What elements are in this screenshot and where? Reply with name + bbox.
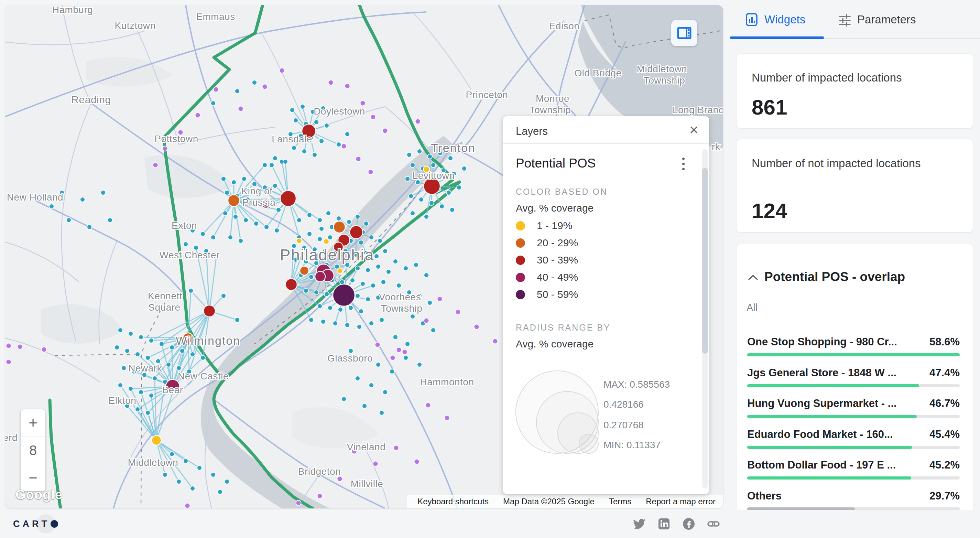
layers-panel: Layers ✕ Potential POS COLOR BASED ON Av… [503, 116, 709, 494]
legend-item: 50 - 59% [516, 288, 653, 301]
svg-text:Hamburg: Hamburg [52, 5, 93, 15]
close-icon[interactable]: ✕ [688, 124, 700, 136]
svg-text:Emmaus: Emmaus [196, 11, 235, 22]
legend-label: 30 - 39% [537, 254, 578, 266]
map-data-credit: Map Data ©2025 Google [503, 497, 595, 506]
tab-parameters[interactable]: Parameters [838, 0, 916, 39]
layer-options-kebab-icon[interactable] [677, 155, 689, 173]
legend-label: 1 - 19% [537, 220, 572, 231]
color-attribute: Avg. % coverage [516, 202, 593, 214]
carto-logo-dot [51, 520, 58, 528]
svg-text:rk: rk [712, 142, 721, 152]
overlap-row-name: Bottom Dollar Food - 197 E ... [747, 459, 896, 471]
overlap-row[interactable]: Bottom Dollar Food - 197 E ...45.2% [747, 459, 960, 488]
linkedin-icon[interactable] [657, 517, 671, 530]
svg-text:New Castle: New Castle [178, 371, 229, 382]
svg-text:Long Branc: Long Branc [673, 105, 723, 115]
legend-label: 20 - 29% [537, 237, 578, 249]
svg-text:erd: erd [5, 432, 18, 443]
legend-color-dot [516, 239, 525, 248]
svg-text:Square: Square [148, 302, 180, 313]
svg-text:Hammonton: Hammonton [420, 377, 474, 387]
link-icon[interactable] [707, 517, 720, 530]
radius-range-value: 0.270768 [603, 420, 644, 431]
tab-widgets[interactable]: Widgets [745, 0, 805, 39]
svg-text:Monroe: Monroe [536, 93, 570, 104]
tab-widgets-label: Widgets [764, 13, 805, 26]
sliders-icon [838, 13, 852, 27]
overlap-row-name: Others [747, 490, 781, 502]
overlap-row-name: Hung Vuong Supermarket - ... [747, 397, 897, 410]
svg-text:New Holland: New Holland [7, 192, 63, 203]
svg-text:Trenton: Trenton [431, 142, 476, 154]
overlap-row-bar-track [747, 476, 960, 479]
zoom-level: 8 [21, 436, 45, 465]
svg-text:Lansdale: Lansdale [272, 134, 312, 145]
location-dots[interactable] [6, 68, 498, 508]
overlap-row-bar-fill [747, 415, 917, 418]
legend-item: 30 - 39% [516, 253, 653, 267]
svg-text:Voorhees: Voorhees [379, 292, 421, 302]
widget-not-impacted-locations: Number of not impacted locations 124 [736, 139, 973, 232]
radius-range-diagram [510, 363, 613, 461]
radius-attribute: Avg. % coverage [516, 338, 593, 350]
keyboard-shortcuts-link[interactable]: Keyboard shortcuts [417, 497, 488, 506]
widget-value: 124 [752, 199, 787, 223]
overlap-row-bar-fill [747, 476, 911, 479]
widget-value: 861 [752, 95, 787, 119]
widget-impacted-locations: Number of impacted locations 861 [736, 53, 973, 128]
overlap-row[interactable]: Jgs General Store - 1848 W ...47.4% [747, 367, 960, 396]
svg-text:West Chester: West Chester [159, 250, 220, 260]
scrollbar-thumb[interactable] [702, 168, 708, 353]
overlap-row-bar-track [747, 384, 960, 387]
map-attribution: Keyboard shortcutsMap Data ©2025 GoogleT… [407, 495, 723, 508]
map[interactable]: HamburgKutztownEmmausReadingPottstownDoy… [5, 5, 723, 508]
svg-text:Millville: Millville [351, 479, 383, 489]
svg-text:Kutztown: Kutztown [115, 20, 156, 31]
basemap-icon [677, 26, 692, 40]
svg-text:Middletown: Middletown [128, 457, 178, 468]
legend-label: 40 - 49% [537, 271, 578, 283]
svg-text:King of: King of [242, 186, 273, 196]
overlap-row-pct: 45.4% [929, 428, 960, 441]
svg-text:Township: Township [381, 303, 423, 314]
overlap-row-pct: 45.2% [929, 459, 960, 471]
widget-potential-pos-overlap: Potential POS - overlap All One Stop Sho… [736, 244, 973, 516]
svg-text:Elkton: Elkton [109, 395, 137, 406]
overlap-row-bar-fill [747, 446, 912, 449]
bar-chart-icon [745, 13, 759, 27]
legend-item: 1 - 19% [516, 219, 653, 232]
layer-name: Potential POS [516, 156, 595, 170]
svg-text:Newark: Newark [128, 363, 162, 374]
overlap-row[interactable]: Eduardo Food Market - 160...45.4% [747, 428, 960, 457]
twitter-icon[interactable] [633, 517, 646, 530]
radius-range-value: 0.428166 [603, 399, 644, 410]
svg-text:Pottstown: Pottstown [154, 134, 198, 144]
carto-app: HamburgKutztownEmmausReadingPottstownDoy… [0, 0, 980, 538]
carto-logo[interactable]: CART [13, 510, 58, 538]
facebook-icon[interactable] [682, 517, 695, 530]
map-type-button[interactable] [671, 20, 697, 46]
widget-title: Number of impacted locations [752, 68, 965, 87]
svg-text:Princeton: Princeton [466, 89, 508, 100]
terms-link[interactable]: Terms [609, 497, 631, 506]
legend-item: 40 - 49% [516, 271, 653, 284]
overlap-row-name: Jgs General Store - 1848 W ... [747, 367, 896, 379]
zoom-control: + 8 − [21, 409, 45, 491]
svg-text:Edison: Edison [549, 21, 580, 31]
overlap-row[interactable]: Hung Vuong Supermarket - ...46.7% [747, 397, 960, 426]
svg-text:Township: Township [530, 105, 571, 115]
overlap-row-bar-track [747, 353, 960, 357]
svg-text:Old Bridge: Old Bridge [574, 68, 621, 78]
legend-color-dot [516, 221, 525, 231]
zoom-in-button[interactable]: + [21, 409, 45, 436]
active-tab-indicator [730, 37, 824, 39]
overlap-row-name: Eduardo Food Market - 160... [747, 428, 893, 441]
svg-text:Reading: Reading [71, 94, 111, 105]
overlap-row[interactable]: One Stop Shopping - 980 Cr...58.6% [747, 336, 960, 365]
social-links [633, 510, 720, 538]
radius-range-value: MIN: 0.11337 [603, 439, 660, 450]
right-sidebar: Widgets Parameters Number of [730, 0, 980, 510]
report-map-error-link[interactable]: Report a map error [646, 497, 716, 506]
google-logo: Google [16, 487, 63, 502]
